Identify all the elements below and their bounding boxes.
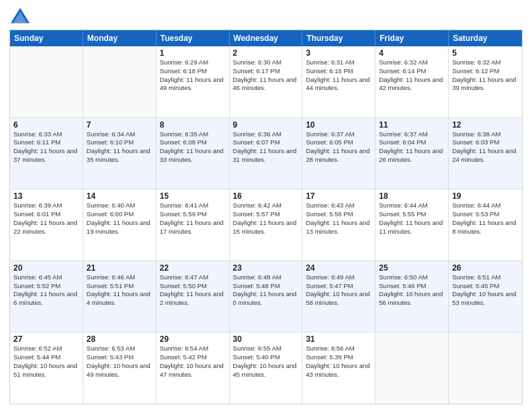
header: [9, 7, 523, 26]
day-info: Sunrise: 6:32 AMSunset: 6:12 PMDaylight:…: [452, 58, 519, 93]
day-info: Sunrise: 6:40 AMSunset: 6:00 PMDaylight:…: [87, 201, 152, 236]
day-number: 19: [452, 191, 519, 201]
day-number: 17: [306, 191, 371, 201]
day-info: Sunrise: 6:37 AMSunset: 6:04 PMDaylight:…: [379, 130, 445, 165]
header-cell-monday: Monday: [83, 30, 157, 46]
day-cell-8: 8Sunrise: 6:35 AMSunset: 6:08 PMDaylight…: [157, 118, 230, 189]
empty-cell: [449, 332, 522, 404]
day-cell-22: 22Sunrise: 6:47 AMSunset: 5:50 PMDayligh…: [157, 261, 230, 332]
day-info: Sunrise: 6:56 AMSunset: 5:39 PMDaylight:…: [306, 345, 371, 379]
day-info: Sunrise: 6:45 AMSunset: 5:52 PMDaylight:…: [13, 273, 79, 308]
day-number: 23: [233, 263, 299, 273]
day-cell-25: 25Sunrise: 6:50 AMSunset: 5:46 PMDayligh…: [375, 261, 449, 332]
day-cell-7: 7Sunrise: 6:34 AMSunset: 6:10 PMDaylight…: [83, 118, 157, 189]
day-cell-19: 19Sunrise: 6:44 AMSunset: 5:53 PMDayligh…: [449, 189, 522, 261]
day-cell-14: 14Sunrise: 6:40 AMSunset: 6:00 PMDayligh…: [83, 189, 157, 261]
day-number: 9: [233, 120, 299, 130]
day-info: Sunrise: 6:30 AMSunset: 6:17 PMDaylight:…: [233, 58, 299, 93]
header-cell-sunday: Sunday: [10, 30, 83, 46]
day-number: 16: [233, 191, 299, 201]
day-info: Sunrise: 6:32 AMSunset: 6:14 PMDaylight:…: [379, 58, 445, 93]
header-cell-friday: Friday: [375, 30, 449, 46]
empty-cell: [10, 46, 83, 118]
day-info: Sunrise: 6:51 AMSunset: 5:45 PMDaylight:…: [452, 273, 519, 308]
day-number: 20: [13, 263, 79, 273]
day-cell-5: 5Sunrise: 6:32 AMSunset: 6:12 PMDaylight…: [449, 46, 522, 118]
day-number: 14: [87, 191, 152, 201]
calendar-row: 1Sunrise: 6:29 AMSunset: 6:18 PMDaylight…: [10, 46, 522, 118]
day-info: Sunrise: 6:55 AMSunset: 5:40 PMDaylight:…: [233, 345, 299, 379]
day-number: 8: [160, 120, 226, 130]
day-cell-4: 4Sunrise: 6:32 AMSunset: 6:14 PMDaylight…: [375, 46, 449, 118]
day-number: 25: [379, 263, 445, 273]
day-number: 15: [160, 191, 226, 201]
header-cell-tuesday: Tuesday: [157, 30, 230, 46]
day-info: Sunrise: 6:37 AMSunset: 6:05 PMDaylight:…: [306, 130, 371, 165]
day-cell-21: 21Sunrise: 6:46 AMSunset: 5:51 PMDayligh…: [83, 261, 157, 332]
day-cell-9: 9Sunrise: 6:36 AMSunset: 6:07 PMDaylight…: [230, 118, 303, 189]
calendar-header: SundayMondayTuesdayWednesdayThursdayFrid…: [10, 30, 522, 46]
day-number: 21: [87, 263, 152, 273]
day-info: Sunrise: 6:41 AMSunset: 5:59 PMDaylight:…: [160, 201, 226, 236]
calendar-row: 27Sunrise: 6:52 AMSunset: 5:44 PMDayligh…: [10, 332, 522, 404]
day-info: Sunrise: 6:43 AMSunset: 5:56 PMDaylight:…: [306, 201, 371, 236]
header-cell-saturday: Saturday: [449, 30, 522, 46]
header-cell-wednesday: Wednesday: [230, 30, 303, 46]
day-number: 18: [379, 191, 445, 201]
day-cell-2: 2Sunrise: 6:30 AMSunset: 6:17 PMDaylight…: [230, 46, 303, 118]
day-number: 3: [306, 48, 371, 58]
day-number: 22: [160, 263, 226, 273]
day-info: Sunrise: 6:34 AMSunset: 6:10 PMDaylight:…: [87, 130, 152, 165]
day-cell-16: 16Sunrise: 6:42 AMSunset: 5:57 PMDayligh…: [230, 189, 303, 261]
day-info: Sunrise: 6:49 AMSunset: 5:47 PMDaylight:…: [306, 273, 371, 308]
day-number: 12: [452, 120, 519, 130]
day-info: Sunrise: 6:50 AMSunset: 5:46 PMDaylight:…: [379, 273, 445, 308]
day-info: Sunrise: 6:44 AMSunset: 5:53 PMDaylight:…: [452, 201, 519, 236]
day-number: 5: [452, 48, 519, 58]
day-cell-17: 17Sunrise: 6:43 AMSunset: 5:56 PMDayligh…: [302, 189, 375, 261]
day-cell-28: 28Sunrise: 6:53 AMSunset: 5:43 PMDayligh…: [83, 332, 157, 404]
day-info: Sunrise: 6:47 AMSunset: 5:50 PMDaylight:…: [160, 273, 226, 308]
day-cell-6: 6Sunrise: 6:33 AMSunset: 6:11 PMDaylight…: [10, 118, 83, 189]
day-number: 7: [87, 120, 152, 130]
logo: [9, 7, 35, 26]
day-number: 28: [87, 334, 152, 344]
day-cell-11: 11Sunrise: 6:37 AMSunset: 6:04 PMDayligh…: [375, 118, 449, 189]
day-info: Sunrise: 6:54 AMSunset: 5:42 PMDaylight:…: [160, 345, 226, 379]
day-cell-15: 15Sunrise: 6:41 AMSunset: 5:59 PMDayligh…: [157, 189, 230, 261]
day-info: Sunrise: 6:36 AMSunset: 6:07 PMDaylight:…: [233, 130, 299, 165]
day-number: 4: [379, 48, 445, 58]
day-info: Sunrise: 6:44 AMSunset: 5:55 PMDaylight:…: [379, 201, 445, 236]
day-number: 2: [233, 48, 299, 58]
day-number: 1: [160, 48, 226, 58]
day-cell-12: 12Sunrise: 6:38 AMSunset: 6:03 PMDayligh…: [449, 118, 522, 189]
page: SundayMondayTuesdayWednesdayThursdayFrid…: [0, 0, 532, 411]
day-number: 27: [13, 334, 79, 344]
day-info: Sunrise: 6:48 AMSunset: 5:48 PMDaylight:…: [233, 273, 299, 308]
day-info: Sunrise: 6:33 AMSunset: 6:11 PMDaylight:…: [13, 130, 79, 165]
day-cell-1: 1Sunrise: 6:29 AMSunset: 6:18 PMDaylight…: [157, 46, 230, 118]
day-cell-13: 13Sunrise: 6:39 AMSunset: 6:01 PMDayligh…: [10, 189, 83, 261]
day-info: Sunrise: 6:29 AMSunset: 6:18 PMDaylight:…: [160, 58, 226, 93]
day-info: Sunrise: 6:31 AMSunset: 6:15 PMDaylight:…: [306, 58, 371, 93]
day-cell-3: 3Sunrise: 6:31 AMSunset: 6:15 PMDaylight…: [302, 46, 375, 118]
day-number: 11: [379, 120, 445, 130]
day-number: 13: [13, 191, 79, 201]
day-info: Sunrise: 6:53 AMSunset: 5:43 PMDaylight:…: [87, 345, 152, 379]
calendar: SundayMondayTuesdayWednesdayThursdayFrid…: [9, 30, 523, 404]
calendar-row: 6Sunrise: 6:33 AMSunset: 6:11 PMDaylight…: [10, 118, 522, 190]
day-cell-30: 30Sunrise: 6:55 AMSunset: 5:40 PMDayligh…: [230, 332, 303, 404]
day-number: 26: [452, 263, 519, 273]
day-info: Sunrise: 6:35 AMSunset: 6:08 PMDaylight:…: [160, 130, 226, 165]
day-number: 31: [306, 334, 371, 344]
day-cell-18: 18Sunrise: 6:44 AMSunset: 5:55 PMDayligh…: [375, 189, 449, 261]
calendar-row: 13Sunrise: 6:39 AMSunset: 6:01 PMDayligh…: [10, 189, 522, 261]
day-info: Sunrise: 6:52 AMSunset: 5:44 PMDaylight:…: [13, 345, 79, 379]
day-cell-27: 27Sunrise: 6:52 AMSunset: 5:44 PMDayligh…: [10, 332, 83, 404]
day-cell-29: 29Sunrise: 6:54 AMSunset: 5:42 PMDayligh…: [157, 332, 230, 404]
day-info: Sunrise: 6:38 AMSunset: 6:03 PMDaylight:…: [452, 130, 519, 165]
day-cell-20: 20Sunrise: 6:45 AMSunset: 5:52 PMDayligh…: [10, 261, 83, 332]
day-number: 10: [306, 120, 371, 130]
day-info: Sunrise: 6:46 AMSunset: 5:51 PMDaylight:…: [87, 273, 152, 308]
day-info: Sunrise: 6:39 AMSunset: 6:01 PMDaylight:…: [13, 201, 79, 236]
